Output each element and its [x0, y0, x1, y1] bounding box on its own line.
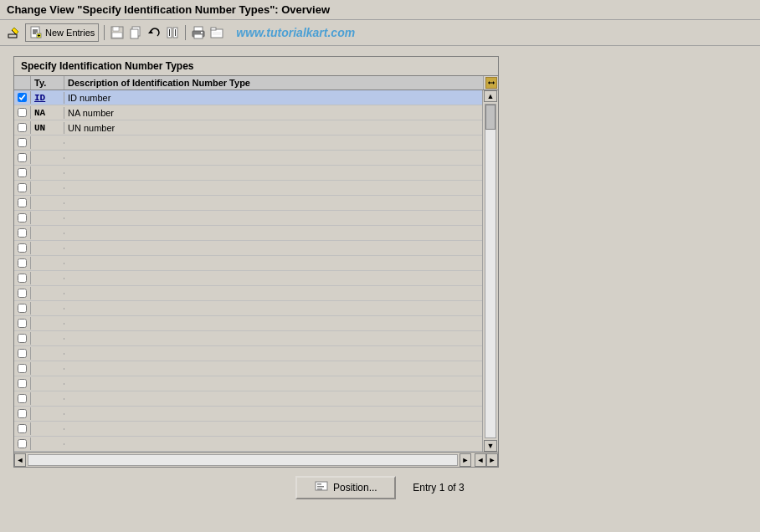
row-checkbox[interactable]: [14, 407, 31, 420]
separator-1: [104, 25, 105, 40]
row-ty-cell: ID: [31, 92, 64, 104]
row-checkbox[interactable]: [14, 422, 31, 435]
new-entries-button[interactable]: New Entries: [25, 23, 99, 42]
table-row[interactable]: [14, 196, 482, 211]
table-row[interactable]: [14, 271, 482, 286]
table-row[interactable]: [14, 346, 482, 361]
table-row[interactable]: [14, 286, 482, 301]
row-desc-cell: [64, 293, 482, 294]
table-row[interactable]: [14, 211, 482, 226]
row-checkbox-input[interactable]: [18, 213, 27, 223]
row-ty-cell: [31, 263, 64, 264]
local-icon[interactable]: [209, 25, 224, 40]
row-checkbox[interactable]: [14, 197, 31, 209]
row-checkbox-input[interactable]: [18, 349, 27, 358]
table-row[interactable]: NANA number: [14, 105, 482, 120]
row-checkbox-input[interactable]: [18, 138, 27, 147]
row-checkbox-input[interactable]: [18, 153, 27, 162]
row-checkbox[interactable]: [14, 257, 31, 269]
table-row[interactable]: [14, 226, 482, 241]
row-checkbox-input[interactable]: [18, 93, 27, 102]
h-scroll-right-button[interactable]: ►: [460, 453, 471, 467]
save-icon[interactable]: [110, 25, 125, 40]
row-checkbox-input[interactable]: [18, 409, 27, 418]
row-checkbox-input[interactable]: [18, 304, 27, 313]
col-resize-icon[interactable]: [485, 77, 497, 89]
row-checkbox[interactable]: [14, 317, 31, 330]
scroll-down-button[interactable]: ▼: [484, 440, 497, 452]
svg-rect-23: [201, 32, 203, 33]
row-checkbox[interactable]: [14, 272, 31, 284]
row-checkbox-input[interactable]: [18, 439, 27, 448]
row-checkbox-input[interactable]: [18, 198, 27, 207]
row-ty-cell: [31, 413, 64, 415]
row-checkbox[interactable]: [14, 242, 31, 254]
table-row[interactable]: [14, 316, 482, 331]
undo-icon[interactable]: [146, 25, 162, 40]
position-button[interactable]: Position...: [295, 476, 396, 499]
h-scroll-left-button[interactable]: ◄: [14, 453, 26, 467]
row-checkbox[interactable]: [14, 136, 31, 149]
row-checkbox[interactable]: [14, 227, 31, 239]
horizontal-scrollbar-container: ◄ ► ◄ ►: [14, 452, 498, 467]
row-checkbox[interactable]: [14, 287, 31, 299]
move-icon[interactable]: [165, 25, 180, 40]
table-row[interactable]: IDID number: [14, 90, 482, 105]
row-checkbox-input[interactable]: [18, 183, 27, 192]
row-checkbox-input[interactable]: [18, 274, 27, 283]
row-checkbox[interactable]: [14, 362, 31, 375]
table-row[interactable]: [14, 437, 482, 452]
row-checkbox[interactable]: [14, 347, 31, 360]
row-checkbox-input[interactable]: [18, 123, 27, 132]
table-row[interactable]: UNUN number: [14, 120, 482, 136]
table-row[interactable]: [14, 331, 482, 346]
row-checkbox-input[interactable]: [18, 334, 27, 343]
row-checkbox-input[interactable]: [18, 394, 27, 403]
copy-icon[interactable]: [128, 25, 143, 40]
scroll-thumb[interactable]: [485, 105, 496, 130]
row-checkbox-input[interactable]: [18, 319, 27, 328]
row-desc-cell: [64, 187, 482, 189]
h-scroll-far-left-button[interactable]: ◄: [475, 453, 486, 467]
table-row[interactable]: [14, 136, 482, 151]
row-checkbox[interactable]: [14, 182, 31, 194]
row-checkbox-input[interactable]: [18, 228, 27, 238]
row-checkbox[interactable]: [14, 377, 31, 390]
row-ty-cell: NA: [31, 107, 64, 119]
h-scroll-far-right-button[interactable]: ►: [486, 453, 498, 467]
row-checkbox-input[interactable]: [18, 364, 27, 373]
row-desc-cell: [64, 172, 482, 174]
table-row[interactable]: [14, 256, 482, 271]
row-checkbox-input[interactable]: [18, 424, 27, 433]
table-row[interactable]: [14, 181, 482, 196]
row-checkbox[interactable]: [14, 166, 31, 179]
table-row[interactable]: [14, 407, 482, 422]
table-row[interactable]: [14, 166, 482, 181]
table-row[interactable]: [14, 241, 482, 256]
row-ty-cell: [31, 172, 64, 174]
row-checkbox[interactable]: [14, 106, 31, 119]
table-row[interactable]: [14, 301, 482, 316]
row-checkbox[interactable]: [14, 151, 31, 164]
table-row[interactable]: [14, 422, 482, 437]
row-checkbox[interactable]: [14, 392, 31, 405]
row-checkbox[interactable]: [14, 437, 31, 450]
row-checkbox[interactable]: [14, 332, 31, 345]
print-icon[interactable]: [191, 25, 206, 40]
row-checkbox[interactable]: [14, 121, 31, 134]
row-checkbox-input[interactable]: [18, 243, 27, 253]
row-checkbox-input[interactable]: [18, 108, 27, 117]
row-checkbox[interactable]: [14, 302, 31, 315]
table-row[interactable]: [14, 391, 482, 407]
table-row[interactable]: [14, 376, 482, 391]
row-checkbox-input[interactable]: [18, 258, 27, 268]
row-checkbox-input[interactable]: [18, 379, 27, 388]
row-checkbox[interactable]: [14, 91, 31, 104]
table-row[interactable]: [14, 361, 482, 376]
table-row[interactable]: [14, 151, 482, 166]
row-checkbox-input[interactable]: [18, 168, 27, 177]
row-checkbox[interactable]: [14, 212, 31, 224]
scroll-up-button[interactable]: ▲: [484, 90, 497, 102]
row-checkbox-input[interactable]: [18, 289, 27, 298]
bottom-bar: Position... Entry 1 of 3: [0, 469, 760, 506]
